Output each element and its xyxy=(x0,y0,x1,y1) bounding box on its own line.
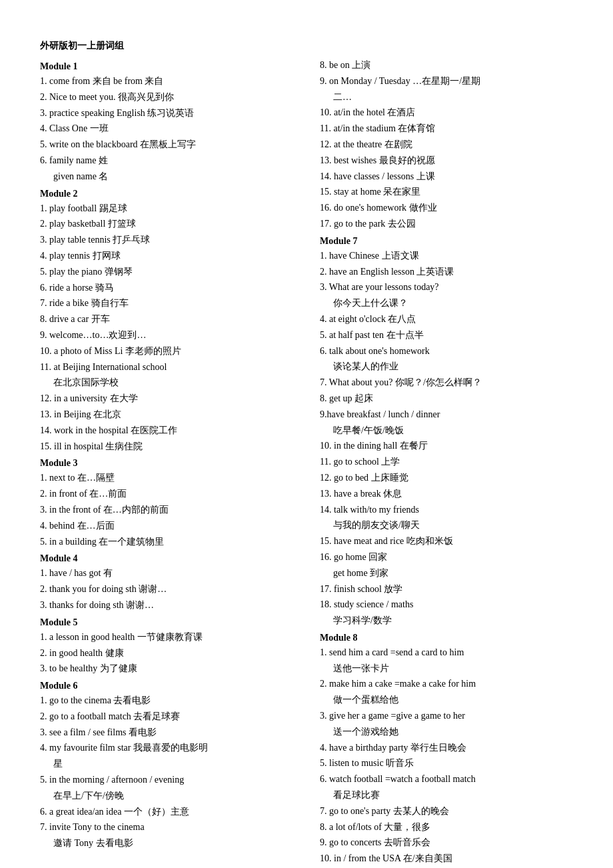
module-title: Module 8 xyxy=(320,633,573,643)
list-item: 18. study science / maths xyxy=(320,597,573,613)
item-indent: 做一个蛋糕给他 xyxy=(320,692,573,708)
list-item: 1. go to the cinema 去看电影 xyxy=(40,693,293,709)
list-item: 4. at eight o'clock 在八点 xyxy=(320,311,573,327)
list-item: 9. welcome…to…欢迎到… xyxy=(40,327,293,343)
list-item: 3. play table tennis 打乒乓球 xyxy=(40,232,293,248)
list-item: 9. on Monday / Tuesday …在星期一/星期 xyxy=(320,73,573,89)
list-item: 15. ill in hospital 生病住院 xyxy=(40,439,293,455)
list-item: 3. give her a game =give a game to her xyxy=(320,708,573,724)
list-item: 14. work in the hospital 在医院工作 xyxy=(40,423,293,439)
list-item: 7. What about you? 你呢？/你怎么样啊？ xyxy=(320,375,573,391)
item-indent: 谈论某人的作业 xyxy=(320,359,573,375)
list-item: 1. play football 踢足球 xyxy=(40,201,293,217)
left-column: Module 11. come from 来自 be from 来自2. Nic… xyxy=(40,57,293,868)
list-item: 12. at the theatre 在剧院 xyxy=(320,137,573,153)
list-item: 1. have / has got 有 xyxy=(40,565,293,581)
list-item: 6. watch football =watch a football matc… xyxy=(320,771,573,787)
list-item: 2. play basketball 打篮球 xyxy=(40,216,293,232)
module-title: Module 2 xyxy=(40,189,293,199)
list-item: 7. ride a bike 骑自行车 xyxy=(40,295,293,311)
page-title: 外研版初一上册词组 xyxy=(40,40,573,52)
list-item: 11. go to school 上学 xyxy=(320,454,573,470)
list-item: 1. a lesson in good health 一节健康教育课 xyxy=(40,629,293,645)
item-indent: 吃早餐/午饭/晚饭 xyxy=(320,423,573,439)
list-item: 5. at half past ten 在十点半 xyxy=(320,327,573,343)
item-indent: 在早上/下午/傍晚 xyxy=(40,788,293,804)
list-item: 5. play the piano 弹钢琴 xyxy=(40,264,293,280)
list-item: 6. a great idea/an idea 一个（好）主意 xyxy=(40,804,293,820)
list-item: 2. go to a football match 去看足球赛 xyxy=(40,709,293,725)
list-item: 1. send him a card =send a card to him xyxy=(320,645,573,661)
item-indent: 邀请 Tony 去看电影 xyxy=(40,835,293,851)
list-item: 12. go to bed 上床睡觉 xyxy=(320,470,573,486)
list-item: 10. at/in the hotel 在酒店 xyxy=(320,105,573,121)
list-item: 4. Class One 一班 xyxy=(40,121,293,137)
item-indent: 与我的朋友交谈/聊天 xyxy=(320,517,573,533)
list-item: 15. stay at home 呆在家里 xyxy=(320,184,573,200)
list-item: 8. get up 起床 xyxy=(320,391,573,407)
list-item: 12. in a university 在大学 xyxy=(40,391,293,407)
item-indent: 你今天上什么课？ xyxy=(320,295,573,311)
item-indent: 在北京国际学校 xyxy=(40,375,293,391)
list-item: 4. have a birthday party 举行生日晚会 xyxy=(320,740,573,756)
list-item: 14. have classes / lessons 上课 xyxy=(320,169,573,185)
item-indent: 星 xyxy=(40,756,293,772)
list-item: 3. What are your lessons today? xyxy=(320,279,573,295)
list-item: 7. go to one's party 去某人的晚会 xyxy=(320,803,573,819)
list-item: 7. invite Tony to the cinema xyxy=(40,819,293,835)
item-indent: 学习科学/数学 xyxy=(320,613,573,629)
item-indent: given name 名 xyxy=(40,169,293,185)
list-item: 9.have breakfast / lunch / dinner xyxy=(320,407,573,423)
list-item: 10. in / from the USA 在/来自美国 xyxy=(320,851,573,867)
list-item: 2. in good health 健康 xyxy=(40,645,293,661)
list-item: 5. listen to music 听音乐 xyxy=(320,755,573,771)
list-item: 4. my favourite film star 我最喜爱的电影明 xyxy=(40,740,293,756)
list-item: 10. in the dining hall 在餐厅 xyxy=(320,438,573,454)
list-item: 6. talk about one's homework xyxy=(320,343,573,359)
list-item: 8. be on 上演 xyxy=(320,57,573,73)
list-item: 3. to be healthy 为了健康 xyxy=(40,661,293,677)
list-item: 11. at Beijing International school xyxy=(40,359,293,375)
list-item: 5. in a building 在一个建筑物里 xyxy=(40,534,293,550)
list-item: 8. drive a car 开车 xyxy=(40,311,293,327)
list-item: 1. have Chinese 上语文课 xyxy=(320,248,573,264)
item-indent: get home 到家 xyxy=(320,565,573,581)
module-title: Module 7 xyxy=(320,236,573,247)
list-item: 9. go to concerts 去听音乐会 xyxy=(320,835,573,851)
module-title: Module 1 xyxy=(40,61,293,72)
list-item: 3. thanks for doing sth 谢谢… xyxy=(40,597,293,613)
list-item: 2. thank you for doing sth 谢谢… xyxy=(40,581,293,597)
list-item: 16. go home 回家 xyxy=(320,549,573,565)
list-item: 10. a photo of Miss Li 李老师的照片 xyxy=(40,343,293,359)
list-item: 5. in the morning / afternoon / evening xyxy=(40,772,293,788)
item-indent: 送一个游戏给她 xyxy=(320,724,573,740)
list-item: 3. in the front of 在…内部的前面 xyxy=(40,502,293,518)
list-item: 13. best wishes 最良好的祝愿 xyxy=(320,153,573,169)
list-item: 15. have meat and rice 吃肉和米饭 xyxy=(320,533,573,549)
list-item: 2. in front of 在…前面 xyxy=(40,486,293,502)
list-item: 17. go to the park 去公园 xyxy=(320,216,573,232)
list-item: 6. ride a horse 骑马 xyxy=(40,280,293,296)
list-item: 1. come from 来自 be from 来自 xyxy=(40,73,293,89)
list-item: 13. have a break 休息 xyxy=(320,486,573,502)
module-title: Module 6 xyxy=(40,681,293,691)
list-item: 11. at/in the stadium 在体育馆 xyxy=(320,121,573,137)
list-item: 3. practice speaking English 练习说英语 xyxy=(40,105,293,121)
list-item: 4. behind 在…后面 xyxy=(40,518,293,534)
list-item: 3. see a film / see films 看电影 xyxy=(40,725,293,741)
right-column: 8. be on 上演9. on Monday / Tuesday …在星期一/… xyxy=(320,57,573,868)
module-title: Module 5 xyxy=(40,617,293,628)
list-item: 17. finish school 放学 xyxy=(320,581,573,597)
list-item: 2. make him a cake =make a cake for him xyxy=(320,676,573,692)
item-indent: 看足球比赛 xyxy=(320,787,573,803)
list-item: 4. play tennis 打网球 xyxy=(40,248,293,264)
list-item: 6. family name 姓 xyxy=(40,153,293,169)
list-item: 2. Nice to meet you. 很高兴见到你 xyxy=(40,89,293,105)
module-title: Module 4 xyxy=(40,553,293,564)
item-indent: 送他一张卡片 xyxy=(320,661,573,677)
list-item: 14. talk with/to my friends xyxy=(320,502,573,518)
module-title: Module 3 xyxy=(40,458,293,469)
list-item: 1. next to 在…隔壁 xyxy=(40,470,293,486)
list-item: 16. do one's homework 做作业 xyxy=(320,200,573,216)
item-indent: 二… xyxy=(320,89,573,105)
